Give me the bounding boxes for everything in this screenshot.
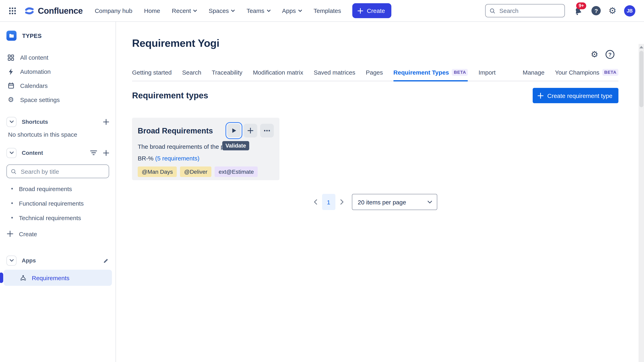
apps-collapse-button[interactable] bbox=[6, 255, 16, 265]
tab-traceability[interactable]: Traceability bbox=[212, 69, 242, 81]
space-avatar-icon bbox=[6, 31, 16, 41]
card-title: Broad Requirements bbox=[138, 124, 227, 135]
add-content-button[interactable] bbox=[103, 150, 109, 156]
space-sidebar: TYPES All content Automation Calendars bbox=[0, 22, 116, 362]
settings-button[interactable]: ⚙ bbox=[608, 6, 616, 15]
create-requirement-type-button[interactable]: Create requirement type bbox=[533, 88, 619, 103]
label-badge[interactable]: @Deliver bbox=[180, 166, 212, 177]
tab-requirement-types[interactable]: Requirement TypesBETA bbox=[393, 69, 468, 81]
apps-title: Apps bbox=[22, 257, 98, 264]
tab-getting-started[interactable]: Getting started bbox=[132, 69, 172, 81]
page-item-technical-requirements[interactable]: Technical requirements bbox=[0, 211, 116, 225]
content-collapse-button[interactable] bbox=[6, 148, 16, 158]
tab-import[interactable]: Import bbox=[478, 69, 496, 81]
space-header[interactable]: TYPES bbox=[0, 31, 116, 41]
global-search-input[interactable] bbox=[498, 7, 560, 15]
global-search[interactable] bbox=[485, 4, 565, 17]
validate-button[interactable] bbox=[227, 124, 241, 137]
validate-tooltip: Validate bbox=[222, 141, 249, 150]
requirements-count-link[interactable]: (5 requirements) bbox=[155, 155, 200, 162]
label-badge[interactable]: ext@Estimate bbox=[214, 166, 258, 177]
notifications-button[interactable]: 9+ bbox=[573, 5, 584, 17]
tab-bar-right: Manage Your ChampionsBETA bbox=[522, 69, 618, 81]
next-page-button[interactable] bbox=[340, 199, 344, 205]
sidebar-item-automation[interactable]: Automation bbox=[0, 65, 116, 79]
chevron-down-icon bbox=[10, 120, 14, 123]
chevron-right-icon bbox=[340, 199, 344, 205]
help-button[interactable]: ? bbox=[606, 50, 614, 59]
tab-manage[interactable]: Manage bbox=[522, 69, 544, 81]
edit-apps-button[interactable] bbox=[103, 257, 109, 263]
chevron-down-icon bbox=[267, 10, 270, 12]
vertical-scrollbar[interactable] bbox=[638, 44, 644, 362]
items-per-page-value: 20 items per page bbox=[358, 199, 406, 205]
content-search-input[interactable] bbox=[20, 167, 105, 175]
shortcuts-empty-text: No shortcuts in this space bbox=[0, 128, 116, 138]
nav-recent[interactable]: Recent bbox=[172, 7, 197, 14]
chevron-down-icon bbox=[428, 201, 432, 203]
page-body: TYPES All content Automation Calendars bbox=[0, 22, 644, 362]
label-badge[interactable]: @Man Days bbox=[138, 166, 177, 177]
chevron-down-icon bbox=[10, 259, 14, 262]
ellipsis-icon: ⋯ bbox=[264, 127, 270, 134]
more-actions-button[interactable]: ⋯ bbox=[260, 124, 274, 137]
items-per-page-select[interactable]: 20 items per page bbox=[352, 194, 437, 210]
confluence-app: Confluence Company hub Home Recent Space… bbox=[0, 0, 644, 362]
add-shortcut-button[interactable] bbox=[103, 119, 109, 125]
nav-apps[interactable]: Apps bbox=[282, 7, 302, 14]
chevron-down-icon bbox=[10, 151, 14, 154]
tab-your-champions[interactable]: Your ChampionsBETA bbox=[555, 69, 618, 81]
question-icon: ? bbox=[608, 51, 612, 57]
content-page-list: Broad requirements Functional requiremen… bbox=[0, 182, 116, 225]
app-switcher-button[interactable] bbox=[7, 6, 18, 16]
sidebar-item-calendars[interactable]: Calendars bbox=[0, 79, 116, 93]
confluence-logo[interactable]: Confluence bbox=[24, 6, 83, 16]
settings-button[interactable]: ⚙ bbox=[591, 50, 598, 59]
gear-icon: ⚙ bbox=[591, 50, 598, 59]
page-number-button[interactable]: 1 bbox=[322, 194, 335, 210]
pencil-icon bbox=[103, 257, 109, 263]
sidebar-item-space-settings[interactable]: ⚙ Space settings bbox=[0, 93, 116, 107]
selected-indicator bbox=[0, 273, 3, 283]
nav-company-hub[interactable]: Company hub bbox=[95, 7, 132, 14]
filter-content-button[interactable] bbox=[90, 150, 97, 156]
user-avatar[interactable]: JB bbox=[624, 5, 635, 16]
content-search[interactable] bbox=[6, 164, 109, 178]
tab-search[interactable]: Search bbox=[182, 69, 201, 81]
sidebar-item-label: Requirements bbox=[32, 274, 70, 281]
yogi-icon bbox=[19, 274, 27, 282]
global-create-button[interactable]: Create bbox=[352, 3, 391, 18]
page-item-functional-requirements[interactable]: Functional requirements bbox=[0, 196, 116, 211]
nav-spaces[interactable]: Spaces bbox=[209, 7, 235, 14]
bullet-icon bbox=[11, 188, 13, 190]
pagination: 1 20 items per page bbox=[132, 194, 618, 210]
chevron-left-icon bbox=[314, 199, 317, 205]
filter-icon bbox=[90, 150, 97, 156]
tab-pages[interactable]: Pages bbox=[366, 69, 383, 81]
nav-teams[interactable]: Teams bbox=[246, 7, 270, 14]
bullet-icon bbox=[11, 202, 13, 204]
tab-saved-matrices[interactable]: Saved matrices bbox=[314, 69, 355, 81]
shortcuts-section-header: Shortcuts bbox=[0, 116, 116, 128]
page-item-broad-requirements[interactable]: Broad requirements bbox=[0, 182, 116, 196]
sidebar-item-requirements[interactable]: Requirements bbox=[4, 270, 112, 286]
nav-home[interactable]: Home bbox=[144, 7, 160, 14]
confluence-logo-icon bbox=[24, 6, 35, 16]
tab-modification-matrix[interactable]: Modification matrix bbox=[253, 69, 303, 81]
previous-page-button[interactable] bbox=[314, 199, 317, 205]
scrollbar-up-arrow-icon[interactable] bbox=[639, 46, 644, 48]
help-button[interactable]: ? bbox=[592, 6, 601, 15]
sidebar-item-all-content[interactable]: All content bbox=[0, 50, 116, 65]
search-icon bbox=[490, 8, 496, 14]
add-requirement-button[interactable]: + bbox=[244, 124, 257, 137]
app-name: Confluence bbox=[38, 6, 83, 16]
nav-templates[interactable]: Templates bbox=[314, 7, 341, 14]
chevron-down-icon bbox=[298, 10, 302, 12]
tab-bar: Getting started Search Traceability Modi… bbox=[132, 69, 618, 81]
shortcuts-collapse-button[interactable] bbox=[6, 117, 16, 127]
chevron-down-icon bbox=[194, 10, 197, 12]
topbar-left: Confluence Company hub Home Recent Space… bbox=[7, 3, 485, 18]
apps-section-header: Apps bbox=[0, 254, 116, 266]
scrollbar-thumb[interactable] bbox=[639, 51, 644, 107]
sidebar-create-button[interactable]: Create bbox=[0, 226, 116, 242]
